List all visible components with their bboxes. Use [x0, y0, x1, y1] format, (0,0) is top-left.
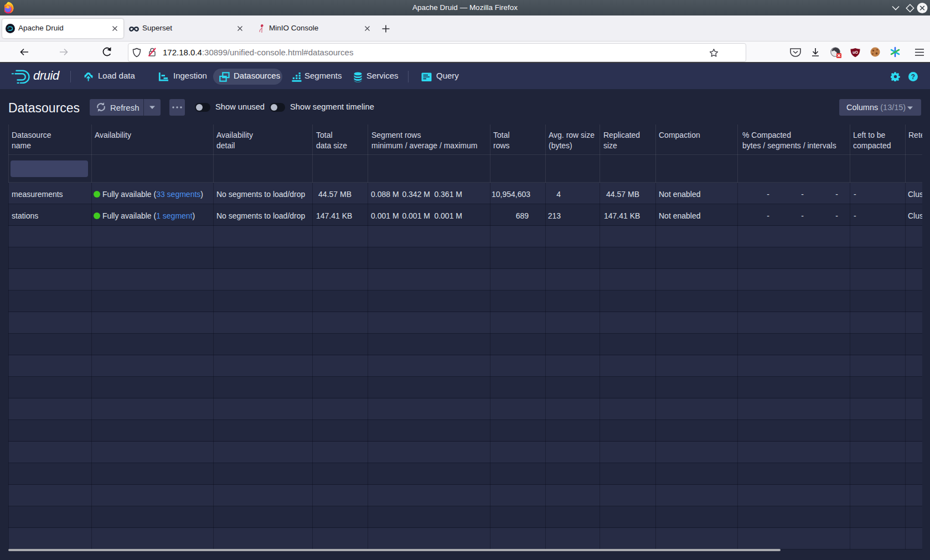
- svg-text:?: ?: [911, 73, 915, 81]
- svg-text:uO: uO: [852, 50, 858, 54]
